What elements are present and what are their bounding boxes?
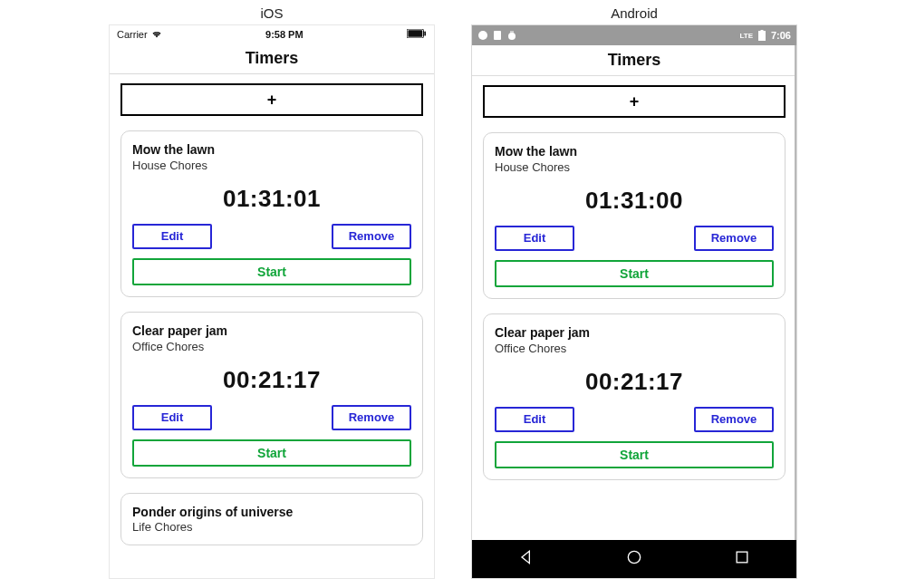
bug-icon	[506, 30, 517, 41]
timer-subtitle: House Chores	[495, 160, 774, 174]
nav-title: Timers	[110, 43, 434, 74]
edit-button[interactable]: Edit	[495, 407, 574, 432]
svg-rect-8	[758, 31, 766, 41]
status-time: 9:58 PM	[265, 29, 304, 40]
status-time: 7:06	[771, 30, 791, 41]
timer-title: Clear paper jam	[132, 323, 411, 339]
remove-button[interactable]: Remove	[694, 407, 774, 432]
timer-card: Ponder origins of universe Life Chores	[120, 493, 423, 546]
start-button[interactable]: Start	[495, 260, 774, 287]
svg-point-10	[628, 551, 640, 563]
timer-title: Mow the lawn	[132, 142, 411, 158]
add-timer-button[interactable]: +	[483, 85, 786, 118]
timer-subtitle: Life Chores	[132, 520, 411, 534]
timer-subtitle: House Chores	[132, 159, 411, 172]
wifi-icon	[151, 29, 162, 40]
start-button[interactable]: Start	[132, 258, 411, 285]
battery-icon	[757, 30, 767, 41]
svg-rect-6	[511, 31, 512, 34]
svg-rect-1	[408, 30, 422, 37]
timer-title: Clear paper jam	[495, 325, 774, 341]
timer-elapsed: 00:21:17	[495, 368, 774, 396]
timer-card: Mow the lawn House Chores 01:31:00 Edit …	[483, 132, 786, 299]
remove-button[interactable]: Remove	[694, 226, 774, 251]
edit-button[interactable]: Edit	[132, 405, 212, 430]
file-icon	[492, 30, 503, 41]
battery-icon	[407, 29, 427, 40]
timer-title: Ponder origins of universe	[132, 505, 411, 520]
timer-title: Mow the lawn	[495, 144, 774, 159]
circle-icon	[477, 30, 488, 41]
platform-label-ios: iOS	[260, 5, 283, 21]
remove-button[interactable]: Remove	[332, 405, 411, 430]
home-icon[interactable]	[625, 548, 643, 570]
platform-label-android: Android	[611, 5, 658, 21]
remove-button[interactable]: Remove	[332, 224, 411, 249]
device-ios: Carrier 9:58 PM Timers + Mow the lawn Ho…	[109, 24, 435, 579]
start-button[interactable]: Start	[495, 441, 774, 468]
timer-card: Clear paper jam Office Chores 00:21:17 E…	[483, 313, 786, 480]
ios-status-bar: Carrier 9:58 PM	[110, 25, 434, 43]
svg-point-5	[508, 33, 516, 40]
timer-elapsed: 00:21:17	[132, 366, 411, 394]
svg-point-3	[478, 31, 487, 40]
svg-rect-2	[424, 32, 426, 36]
timer-card: Mow the lawn House Chores 01:31:01 Edit …	[120, 130, 423, 297]
nav-title: Timers	[472, 45, 796, 76]
android-status-bar: LTE 7:06	[472, 25, 796, 45]
timer-elapsed: 01:31:00	[495, 187, 774, 215]
network-icon: LTE	[739, 32, 753, 40]
start-button[interactable]: Start	[132, 439, 411, 467]
edit-button[interactable]: Edit	[495, 226, 574, 251]
scrollbar-indicator	[795, 45, 797, 540]
back-icon[interactable]	[517, 548, 535, 570]
android-softkeys	[472, 540, 796, 578]
device-android: LTE 7:06 Timers + Mow the lawn House Cho…	[471, 24, 797, 579]
timer-card: Clear paper jam Office Chores 00:21:17 E…	[120, 312, 423, 478]
timer-elapsed: 01:31:01	[132, 185, 411, 213]
timer-subtitle: Office Chores	[495, 342, 774, 355]
svg-rect-4	[494, 31, 501, 40]
svg-rect-7	[513, 31, 514, 34]
edit-button[interactable]: Edit	[132, 224, 212, 249]
carrier-label: Carrier	[117, 29, 148, 40]
svg-rect-9	[760, 30, 763, 32]
svg-rect-11	[737, 552, 747, 563]
add-timer-button[interactable]: +	[120, 83, 423, 116]
recents-icon[interactable]	[733, 548, 751, 570]
timer-subtitle: Office Chores	[132, 340, 411, 353]
